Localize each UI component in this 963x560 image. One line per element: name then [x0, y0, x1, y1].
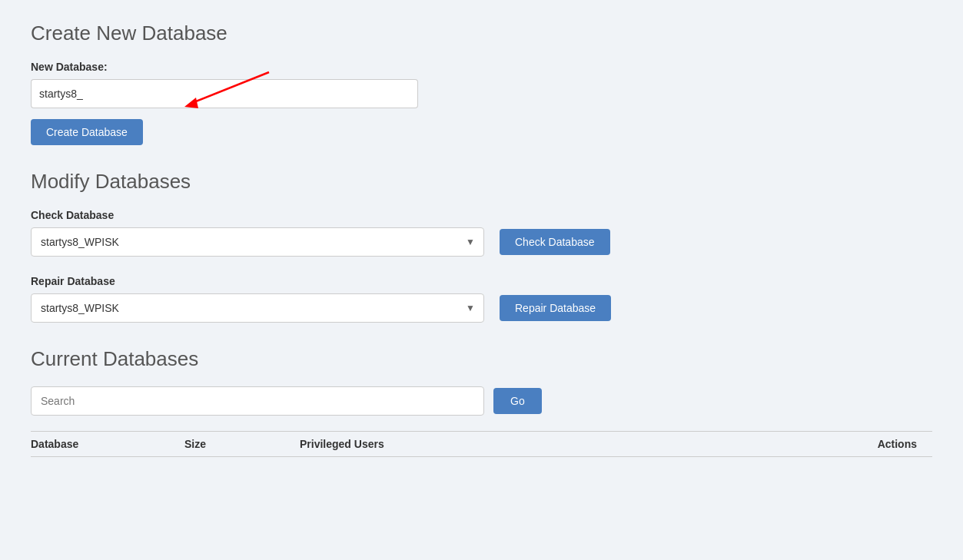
check-database-select-wrapper: startys8_WPISK ▼ — [31, 227, 484, 257]
create-form: New Database: startys8_ Create Database — [31, 61, 932, 145]
repair-database-select[interactable]: startys8_WPISK — [31, 293, 484, 323]
new-database-input[interactable] — [88, 79, 418, 108]
check-database-button[interactable]: Check Database — [500, 229, 610, 255]
repair-database-button[interactable]: Repair Database — [500, 295, 611, 321]
page-container: Create New Database New Database: starty… — [0, 0, 963, 560]
search-input[interactable] — [31, 386, 484, 416]
new-database-label: New Database: — [31, 61, 932, 73]
modify-section: Check Database startys8_WPISK ▼ Check Da… — [31, 209, 932, 323]
modify-section-title: Modify Databases — [31, 170, 932, 194]
table-col-actions: Actions — [500, 438, 932, 450]
repair-database-label: Repair Database — [31, 275, 932, 287]
check-database-select[interactable]: startys8_WPISK — [31, 227, 484, 257]
current-section: Go Database Size Privileged Users Action… — [31, 386, 932, 457]
check-database-label: Check Database — [31, 209, 932, 221]
repair-database-row: startys8_WPISK ▼ Repair Database — [31, 293, 932, 323]
table-col-database: Database — [31, 438, 184, 450]
create-button-wrapper: Create Database — [31, 119, 932, 145]
new-database-input-row: startys8_ — [31, 79, 932, 108]
check-database-row: startys8_WPISK ▼ Check Database — [31, 227, 932, 257]
search-go-row: Go — [31, 386, 932, 416]
table-col-privileged-users: Privileged Users — [300, 438, 500, 450]
repair-database-group: Repair Database startys8_WPISK ▼ Repair … — [31, 275, 932, 323]
check-database-group: Check Database startys8_WPISK ▼ Check Da… — [31, 209, 932, 257]
create-section-title: Create New Database — [31, 22, 932, 45]
create-database-button[interactable]: Create Database — [31, 119, 143, 145]
input-prefix: startys8_ — [31, 79, 88, 108]
table-header: Database Size Privileged Users Actions — [31, 431, 932, 457]
current-section-title: Current Databases — [31, 347, 932, 371]
go-button[interactable]: Go — [493, 388, 542, 414]
table-col-size: Size — [184, 438, 300, 450]
repair-database-select-wrapper: startys8_WPISK ▼ — [31, 293, 484, 323]
